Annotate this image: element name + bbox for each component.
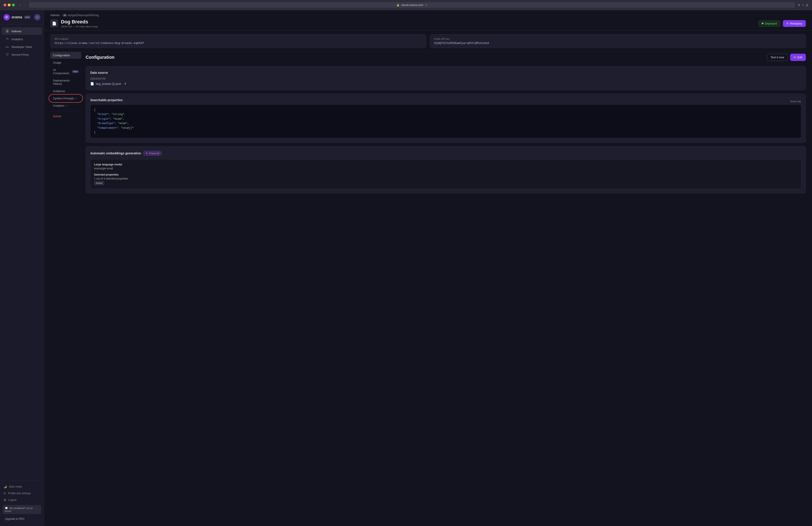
nav-configuration[interactable]: Configuration xyxy=(50,52,81,59)
upload-icon[interactable]: ⬆ xyxy=(124,82,127,85)
avatar: U xyxy=(34,14,40,20)
ai-badge-label: Orama AI xyxy=(149,152,159,155)
audience-label: Audience xyxy=(53,89,65,93)
sidebar-item-label: Indexes xyxy=(12,30,21,33)
usage-label: Usage xyxy=(53,61,61,64)
redeploy-button[interactable]: ↻ Redeploy xyxy=(783,20,806,27)
deployed-badge: Deployed xyxy=(758,20,780,27)
index-icon: 📄 xyxy=(50,19,58,27)
config-panel: Configuration Test it now ✏ Edit Data so… xyxy=(86,52,806,520)
logout-label: Logout xyxy=(9,498,17,501)
browser-actions: ⬆ + ⊞ xyxy=(798,3,809,7)
browser-chrome: ‹ › 🔒 cloud.orama.com ↻ ⬆ + ⊞ xyxy=(0,0,812,10)
moon-icon: 🌙 xyxy=(3,485,7,488)
nav-usage[interactable]: Usage xyxy=(50,59,81,66)
forward-button[interactable]: › xyxy=(25,3,26,7)
logo-text: orama xyxy=(12,15,22,19)
selected-props-value: 1 out of 4 selected properties xyxy=(94,177,797,180)
code-key-origin: "origin" xyxy=(94,117,110,120)
deployed-label: Deployed xyxy=(765,22,777,25)
nav-deployments-history[interactable]: Deployments History xyxy=(50,77,81,87)
analytics-icon: 〜 xyxy=(5,37,9,41)
orama-ai-badge: ✦ Orama AI xyxy=(143,151,161,156)
code-val-origin: "enum" xyxy=(113,117,122,120)
sidebar-item-developer-tools[interactable]: </> Developer Tools xyxy=(2,43,42,51)
nav-system-prompts[interactable]: System Prompts ↗ xyxy=(50,95,81,102)
sidebar-item-label: Analytics xyxy=(12,38,23,41)
system-prompts-label: System Prompts xyxy=(53,97,74,100)
uploaded-file-label: Uploaded file xyxy=(90,77,801,80)
logo-badge: beta xyxy=(24,16,30,19)
logout-icon: ⏻ xyxy=(3,498,6,501)
ai-sparkle-icon: ✦ xyxy=(146,152,148,155)
public-api-key-label: Public API key xyxy=(434,38,802,40)
sidebar-bottom: 🌙 Dark mode ⚙ Profile and settings ⏻ Log… xyxy=(0,481,44,526)
lock-icon: 🔒 xyxy=(396,3,400,6)
code-val-breedtype: "enum" xyxy=(118,122,127,125)
external-link-icon-analytics: ↗ xyxy=(66,104,68,107)
index-name-group: Dog Breeds JSON File • An index about do… xyxy=(61,19,98,28)
nav-audience[interactable]: Audience xyxy=(50,88,81,95)
test-it-now-button[interactable]: Test it now xyxy=(767,54,788,61)
code-val-temperament: "enum[]" xyxy=(121,127,134,130)
code-brace-open: { xyxy=(94,109,96,112)
data-source-title: Data source xyxy=(90,71,801,74)
content-area: Configuration Usage UI Components beta D… xyxy=(44,52,812,526)
sidebar-item-label: Secure Proxy xyxy=(12,53,29,56)
feedback-label: Any feedback? Let us know! xyxy=(5,507,33,512)
nav-delete[interactable]: Delete xyxy=(50,113,81,120)
logout-item[interactable]: ⏻ Logout xyxy=(0,497,44,503)
searchable-props-title: Searchable properties xyxy=(90,98,123,102)
breadcrumb-current: xkjngat20elpcwgedf0hinag xyxy=(68,14,99,17)
back-button[interactable]: ‹ xyxy=(19,3,20,7)
traffic-lights xyxy=(3,3,15,6)
breed-chip: breed xyxy=(94,181,104,185)
sidebar-item-indexes[interactable]: ☰ Indexes xyxy=(2,27,42,35)
id-badge: ID xyxy=(63,14,67,17)
public-api-key-value[interactable]: 9jmQ7Ut3xD5SGamIyara85tLBPzblduX xyxy=(434,42,802,45)
feedback-box[interactable]: 💬 Any feedback? Let us know! xyxy=(3,505,41,514)
close-button[interactable] xyxy=(3,3,6,6)
new-tab-button[interactable]: + xyxy=(802,3,804,7)
redeploy-icon: ↻ xyxy=(786,22,789,25)
nav-ui-components[interactable]: UI Components beta xyxy=(50,67,81,76)
reload-icon[interactable]: ↻ xyxy=(425,3,427,6)
config-header: Configuration Test it now ✏ Edit xyxy=(86,52,806,63)
breadcrumb-separator: / xyxy=(61,14,61,17)
breadcrumb: Indexes / ID xkjngat20elpcwgedf0hinag xyxy=(50,14,806,17)
breadcrumb-indexes[interactable]: Indexes xyxy=(50,14,60,17)
orama-logo-icon: O xyxy=(3,14,10,20)
profile-settings-label: Profile and settings xyxy=(8,492,31,495)
searchable-properties-section: Searchable properties Read only { "breed… xyxy=(86,94,806,143)
index-name: Dog Breeds xyxy=(61,19,98,25)
secondary-nav: Configuration Usage UI Components beta D… xyxy=(50,52,86,520)
edit-button[interactable]: ✏ Edit xyxy=(790,54,806,61)
code-key-breed: "breed" xyxy=(94,113,108,116)
sidebar-logo: O orama beta U xyxy=(0,10,44,25)
sidebar-item-secure-proxy[interactable]: 🛡 Secure Proxy xyxy=(2,51,42,58)
embeddings-inner: Large language model orama/gte-small Sel… xyxy=(90,159,801,189)
upgrade-to-pro-button[interactable]: Upgrade to PRO xyxy=(3,516,41,522)
api-endpoint-card: API endpoint https://cloud.orama.run/v1/… xyxy=(50,34,426,48)
maximize-button[interactable] xyxy=(12,3,15,6)
profile-settings-item[interactable]: ⚙ Profile and settings xyxy=(0,490,44,497)
index-title-left: 📄 Dog Breeds JSON File • An index about … xyxy=(50,19,98,28)
file-icon: 📄 xyxy=(90,82,94,85)
share-button[interactable]: ⬆ xyxy=(798,3,800,7)
indexes-icon: ☰ xyxy=(5,29,9,33)
address-bar[interactable]: 🔒 cloud.orama.com ↻ xyxy=(29,2,795,8)
index-title-right: Deployed ↻ Redeploy xyxy=(758,20,806,27)
developer-tools-icon: </> xyxy=(5,46,9,48)
api-endpoint-value[interactable]: https://cloud.orama.run/v1/indexes/dog-b… xyxy=(55,42,422,45)
sidebar-item-analytics[interactable]: 〜 Analytics xyxy=(2,35,42,43)
tabs-overview-button[interactable]: ⊞ xyxy=(806,3,809,7)
minimize-button[interactable] xyxy=(8,3,11,6)
nav-analytics[interactable]: Analytics ↗ xyxy=(50,102,81,109)
dark-mode-item[interactable]: 🌙 Dark mode xyxy=(0,483,44,490)
code-val-breed: "string" xyxy=(112,113,124,116)
top-header: Indexes / ID xkjngat20elpcwgedf0hinag 📄 … xyxy=(44,10,812,31)
analytics-label: Analytics xyxy=(53,104,64,107)
code-key-temperament: "temperament" xyxy=(94,127,118,130)
dark-mode-label: Dark mode xyxy=(9,485,22,488)
embeddings-title: Automatic embeddings generation xyxy=(90,152,141,155)
